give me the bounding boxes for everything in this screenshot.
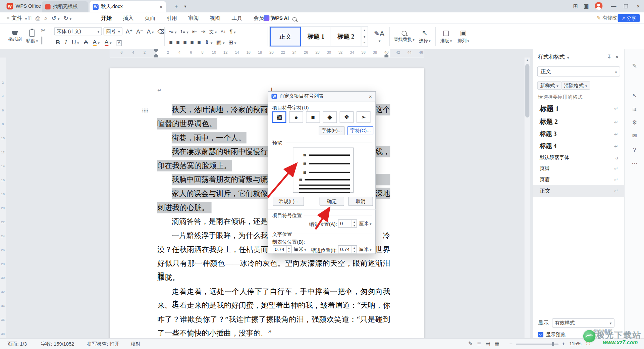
document-tab[interactable]: W 秋天.docx bbox=[90, 1, 166, 12]
style-item[interactable]: 页脚↵ bbox=[533, 163, 625, 174]
character-dialog-button[interactable]: 字符(C)... bbox=[347, 126, 373, 135]
ribbon-tab[interactable]: 工具 bbox=[232, 14, 243, 22]
highlight-color-button[interactable]: A bbox=[92, 38, 101, 46]
dropdown-caret-icon[interactable] bbox=[57, 15, 59, 21]
show-preview-option[interactable]: 显示预览 bbox=[538, 331, 566, 338]
spin-up-icon[interactable]: ▴ bbox=[352, 246, 356, 249]
style-gallery-item[interactable]: 正文 bbox=[270, 27, 301, 47]
dialog-title-bar[interactable]: W 自定义项目符号列表 bbox=[268, 92, 376, 101]
ribbon-tab[interactable]: 视图 bbox=[210, 14, 221, 22]
page-view-button[interactable]: ▤ bbox=[485, 340, 490, 346]
bullet-char-option[interactable]: ▩ bbox=[272, 111, 286, 123]
document-page[interactable]: ↵ 1 ⠿⠿ 秋天，落叶满地，冷寂的秋雨这个喧嚣的世界调色。街巷，雨中，一个人。… bbox=[110, 68, 424, 338]
style-gallery-item[interactable]: 标题 2 bbox=[331, 27, 361, 47]
paste-button[interactable]: 粘贴 bbox=[24, 26, 40, 48]
text-line[interactable]: 滴滴答答，是雨在倾诉，还是心 bbox=[110, 215, 424, 228]
spin-down-icon[interactable]: ▾ bbox=[352, 223, 356, 227]
save-button[interactable]: ⍗ bbox=[28, 14, 31, 22]
search-button[interactable] bbox=[292, 16, 297, 23]
scrollbar-thumb[interactable] bbox=[525, 64, 529, 117]
gallery-down-icon[interactable]: ▾ bbox=[361, 33, 368, 40]
ribbon-tab[interactable]: 审阅 bbox=[188, 14, 199, 22]
tab-list-icon[interactable]: ▾ bbox=[181, 2, 189, 10]
tab-position-b-input[interactable]: 0.74 ▴▾ bbox=[273, 245, 291, 253]
file-menu-button[interactable]: ≡ 文件 bbox=[4, 14, 29, 22]
arrange-button[interactable]: ▣ 排列 bbox=[455, 26, 472, 47]
style-item[interactable]: 标题 4↵ bbox=[533, 140, 625, 152]
cjk-layout-button[interactable]: 文 bbox=[208, 27, 218, 35]
increase-font-button[interactable]: A⁺ bbox=[125, 27, 133, 35]
style-gallery-item[interactable]: 标题 1 bbox=[301, 27, 331, 47]
horizontal-ruler[interactable]: 6422468101214161820222426283032343638404… bbox=[6, 49, 525, 57]
style-item[interactable]: 标题 2↵ bbox=[533, 115, 625, 128]
apps-icon[interactable]: ▣ bbox=[582, 2, 590, 10]
ribbon-tab[interactable]: 插入 bbox=[123, 14, 133, 22]
bullet-char-option[interactable]: ■ bbox=[306, 111, 320, 123]
styles-panel-header[interactable]: 样式和格式 bbox=[538, 53, 569, 61]
text-line[interactable]: 朦胧。 bbox=[110, 271, 424, 284]
find-replace-button[interactable]: 查找替换 bbox=[393, 26, 416, 47]
new-style-button[interactable]: 新样式 bbox=[537, 81, 561, 89]
zoom-level[interactable]: 115% bbox=[569, 341, 582, 346]
proofread-button[interactable]: 校对 bbox=[130, 341, 140, 348]
word-count[interactable]: 字数: 159/1052 bbox=[41, 341, 74, 348]
line-spacing-button[interactable]: ⇕ bbox=[204, 38, 213, 46]
modified-status[interactable]: ✎ 有修改 bbox=[596, 14, 617, 21]
dropdown-caret-icon[interactable] bbox=[233, 28, 236, 35]
text-line[interactable]: 街巷，雨中，一个人。 bbox=[110, 132, 424, 144]
text-line[interactable]: 咋了？谁欺负你了？”我连忙擦了擦眼角的泪，强颜欢笑道：“只是碰到 bbox=[110, 313, 424, 326]
underline-button[interactable]: U bbox=[71, 38, 80, 46]
sort-button[interactable]: A↓ bbox=[220, 27, 227, 35]
unit-dropdown[interactable]: 厘米 bbox=[294, 245, 306, 253]
dropdown-caret-icon[interactable] bbox=[69, 15, 71, 21]
character-border-button[interactable]: A bbox=[116, 38, 122, 46]
user-avatar[interactable] bbox=[595, 2, 602, 10]
page-indicator[interactable]: 页面: 1/3 bbox=[7, 341, 27, 348]
spin-up-icon[interactable]: ▴ bbox=[352, 220, 356, 223]
outline-view-button[interactable]: ≣ bbox=[477, 340, 481, 346]
bullets-button[interactable]: •≡ bbox=[168, 27, 177, 35]
font-name-combo[interactable]: 宋体 (正文) bbox=[54, 27, 102, 35]
zoom-slider[interactable] bbox=[516, 344, 558, 345]
close-window-button[interactable]: × bbox=[633, 0, 644, 12]
strikethrough-button[interactable]: A bbox=[83, 38, 89, 46]
justify-button[interactable]: ≡ bbox=[190, 38, 195, 46]
copy-button[interactable] bbox=[42, 37, 42, 44]
workspace-grid-icon[interactable]: ⊞ bbox=[572, 2, 579, 10]
clear-format-button[interactable]: ⌫ bbox=[157, 27, 166, 35]
document-scrollbar[interactable]: ▴ bbox=[525, 57, 530, 338]
decrease-font-button[interactable]: A⁻ bbox=[136, 27, 144, 35]
style-item[interactable]: 页眉↵ bbox=[533, 174, 625, 185]
text-line[interactable]: 好似只有那一种颜色——冰冷的灰色。望向灰濛濛的天空，眼前逐渐泪眼 bbox=[110, 257, 424, 270]
normal-toggle-button[interactable]: 常规(L) ↑ bbox=[273, 197, 304, 206]
text-effects-button[interactable]: A bbox=[146, 27, 155, 35]
style-item[interactable]: 默认段落字体a bbox=[533, 152, 625, 163]
select-tool-panel-icon[interactable]: ↖ bbox=[631, 91, 639, 99]
ribbon-tab[interactable]: 页面 bbox=[145, 14, 155, 22]
style-item[interactable]: 标题 1↵ bbox=[533, 102, 625, 115]
ribbon-tab[interactable]: 引用 bbox=[166, 14, 177, 22]
share-button[interactable]: ↗ 分享 bbox=[618, 14, 640, 22]
dropdown-caret-icon[interactable] bbox=[174, 28, 176, 35]
show-filter-dropdown[interactable]: 有效样式 bbox=[552, 318, 614, 328]
comments-panel-icon[interactable]: ✉ bbox=[631, 132, 639, 140]
align-left-button[interactable]: ≡ bbox=[168, 38, 173, 46]
maximize-button[interactable] bbox=[620, 0, 632, 12]
redo-button[interactable]: ↻ bbox=[63, 14, 71, 22]
settings-panel-icon[interactable]: ⚙ bbox=[631, 118, 639, 127]
checked-checkbox-icon[interactable] bbox=[538, 332, 543, 337]
dialog-close-icon[interactable] bbox=[369, 93, 372, 100]
cut-button[interactable]: ✂ bbox=[41, 27, 45, 33]
text-line[interactable]: 走着走着，远处一个人停下了自行车，手中撑着一把伞，匆匆向我走 bbox=[110, 285, 424, 298]
text-line[interactable]: 喧嚣的世界调色。 bbox=[110, 117, 424, 130]
text-line[interactable]: 我在凄凉萧瑟的细雨中慢慢行线， bbox=[110, 145, 424, 158]
scroll-up-icon[interactable]: ▴ bbox=[525, 58, 530, 62]
bullet-char-option[interactable]: ● bbox=[289, 111, 303, 123]
borders-button[interactable]: ⊞ bbox=[227, 38, 237, 46]
dropdown-caret-icon[interactable] bbox=[222, 39, 225, 46]
numbering-button[interactable]: 1≡ bbox=[179, 27, 189, 35]
help-panel-icon[interactable]: ? bbox=[631, 145, 639, 153]
more-panels-icon[interactable]: ⋯ bbox=[631, 159, 639, 167]
paragraph-marks-button[interactable]: ¶ bbox=[229, 27, 236, 35]
vertical-ruler[interactable]: 2468101214161820222426283032343638 bbox=[0, 57, 6, 338]
